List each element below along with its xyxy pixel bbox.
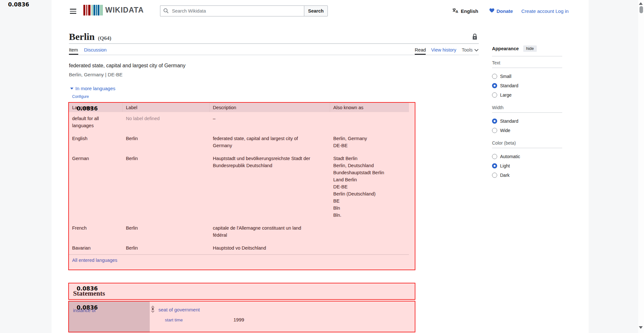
- radio-label: Dark: [500, 173, 510, 178]
- scrollbar-up-arrow-icon[interactable]: [639, 2, 643, 5]
- search-bar: Search: [160, 5, 328, 16]
- annotation-box-claim: 0.0836: [68, 301, 415, 332]
- entity-description: federated state, capital and largest cit…: [69, 63, 185, 69]
- search-button[interactable]: Search: [304, 5, 328, 16]
- appearance-section-label-color-beta: Color (beta): [492, 140, 562, 148]
- language-selector-label: English: [461, 8, 478, 14]
- annotation-score-statements: 0.0836: [77, 285, 98, 292]
- entity-aliases: Berlin, Germany | DE-BE: [69, 72, 122, 77]
- radio-option-width-wide[interactable]: Wide: [492, 126, 562, 135]
- radio-option-color-beta-dark[interactable]: Dark: [492, 170, 562, 180]
- entity-label: Berlin: [69, 31, 95, 42]
- annotation-score-table: 0.0836: [77, 105, 98, 112]
- entity-id: (Q64): [98, 35, 111, 41]
- radio-option-width-standard[interactable]: Standard: [492, 116, 562, 126]
- annotation-score-claim: 0.0836: [77, 304, 98, 311]
- main-menu-icon[interactable]: [68, 7, 79, 16]
- language-selector[interactable]: A English: [452, 6, 478, 16]
- tab-view-history[interactable]: View history: [431, 47, 456, 52]
- radio-icon[interactable]: [492, 119, 497, 124]
- heart-icon: [489, 8, 495, 14]
- appearance-hide-button[interactable]: hide: [523, 45, 537, 52]
- appearance-section-label-width: Width: [492, 105, 562, 113]
- scrollbar-thumb[interactable]: [639, 6, 643, 13]
- tab-item[interactable]: Item: [69, 47, 78, 52]
- search-icon: [163, 8, 169, 15]
- radio-icon[interactable]: [492, 173, 497, 178]
- create-account-link[interactable]: Create account: [521, 6, 554, 16]
- appearance-panel: Appearance hide TextSmallStandardLargeWi…: [492, 45, 562, 181]
- radio-icon[interactable]: [492, 154, 497, 159]
- radio-label: Standard: [500, 119, 518, 124]
- radio-icon[interactable]: [492, 128, 497, 133]
- radio-option-text-large[interactable]: Large: [492, 90, 562, 100]
- triangle-down-icon: [70, 88, 73, 90]
- radio-label: Light: [500, 163, 510, 168]
- tools-menu[interactable]: Tools: [462, 47, 477, 52]
- radio-icon[interactable]: [492, 163, 497, 168]
- tab-discussion[interactable]: Discussion: [84, 47, 107, 52]
- login-link[interactable]: Log in: [555, 6, 569, 16]
- radio-label: Wide: [500, 128, 510, 133]
- donate-link[interactable]: Donate: [489, 6, 513, 16]
- radio-option-color-beta-automatic[interactable]: Automatic: [492, 152, 562, 161]
- donate-link-label: Donate: [497, 8, 513, 14]
- tabs-divider: [69, 55, 479, 55]
- annotation-box-statements-heading: 0.0836: [68, 283, 415, 300]
- wikidata-logo[interactable]: WIKIDATA: [83, 5, 144, 15]
- radio-option-text-small[interactable]: Small: [492, 71, 562, 81]
- appearance-title: Appearance: [492, 46, 519, 51]
- in-more-languages-toggle[interactable]: In more languages: [70, 86, 115, 91]
- wikidata-logo-text: WIKIDATA: [105, 6, 144, 14]
- appearance-options-color-beta: AutomaticLightDark: [492, 148, 562, 181]
- page-title: Berlin(Q64): [69, 31, 111, 42]
- radio-icon[interactable]: [492, 74, 497, 79]
- radio-option-text-standard[interactable]: Standard: [492, 81, 562, 90]
- radio-option-color-beta-light[interactable]: Light: [492, 161, 562, 170]
- radio-label: Automatic: [500, 154, 520, 159]
- page: 0.0836 WIKIDATA Search A English Donate …: [0, 0, 644, 333]
- svg-text:A: A: [456, 10, 458, 13]
- annotation-box-language-table: 0.0836: [68, 102, 415, 270]
- annotation-score-corner: 0.0836: [8, 1, 29, 8]
- language-icon: A: [452, 8, 459, 14]
- search-input[interactable]: [160, 5, 304, 16]
- lock-icon[interactable]: [472, 33, 478, 42]
- in-more-languages-label: In more languages: [75, 86, 115, 91]
- radio-icon[interactable]: [492, 83, 497, 88]
- appearance-options-text: SmallStandardLarge: [492, 68, 562, 101]
- title-divider: [69, 43, 479, 44]
- tools-menu-label: Tools: [462, 47, 473, 52]
- appearance-options-width: StandardWide: [492, 113, 562, 137]
- appearance-header: Appearance hide: [492, 45, 562, 56]
- radio-icon[interactable]: [492, 92, 497, 98]
- scrollbar[interactable]: [638, 0, 644, 333]
- wikidata-barcode-icon: [83, 5, 102, 15]
- radio-label: Small: [500, 74, 511, 79]
- radio-label: Standard: [500, 83, 518, 88]
- configure-link[interactable]: Configure: [72, 94, 89, 99]
- radio-label: Large: [500, 92, 512, 98]
- scrollbar-down-arrow-icon[interactable]: [639, 326, 643, 329]
- appearance-section-label-text: Text: [492, 60, 562, 68]
- tab-read[interactable]: Read: [415, 47, 426, 52]
